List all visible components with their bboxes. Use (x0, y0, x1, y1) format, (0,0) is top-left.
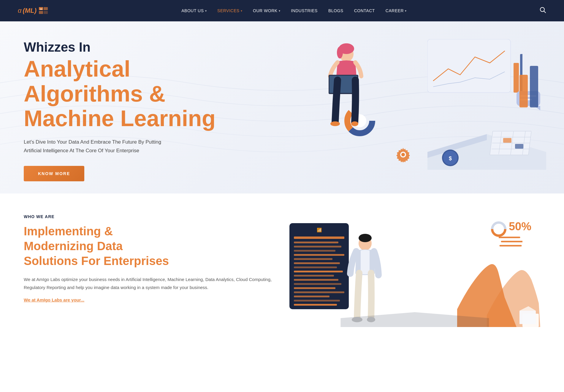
svg-rect-56 (294, 258, 332, 260)
hero-content: Whizzes In Analytical Algorithms & Machi… (24, 39, 308, 181)
svg-line-6 (544, 11, 546, 13)
svg-rect-61 (294, 279, 338, 281)
svg-rect-66 (294, 300, 340, 301)
svg-point-17 (337, 47, 343, 58)
who-body-text: We at AmIgo Labs optimize your business … (24, 275, 272, 291)
logo-icon: ▶▶ (39, 7, 48, 14)
nav-link-blogs[interactable]: BLOGS (328, 8, 343, 13)
svg-rect-60 (294, 275, 334, 277)
hero-title-line1: Analytical (24, 56, 130, 81)
svg-rect-51 (294, 237, 344, 239)
hero-bar-chart-side (518, 57, 542, 110)
who-platform-base (289, 312, 540, 327)
nav-link-contact[interactable]: CONTACT (354, 8, 375, 13)
svg-rect-3 (44, 11, 48, 14)
svg-point-21 (351, 121, 358, 126)
nav-link-about-us[interactable]: ABOUT US ▾ (181, 8, 207, 13)
who-title-line1: Implementing & (24, 225, 113, 238)
svg-rect-67 (294, 304, 337, 306)
who-illustration: 50% 📶 (289, 214, 540, 327)
svg-text:$: $ (449, 155, 452, 161)
hero-gear-icon (394, 145, 412, 164)
svg-rect-53 (294, 246, 341, 247)
hero-title-line3: Machine Learning (24, 106, 216, 131)
who-title: Implementing & Modernizing Data Solution… (24, 224, 272, 268)
svg-rect-58 (294, 266, 337, 268)
nav-link-services[interactable]: SERVICES ▾ (217, 8, 242, 13)
hero-illustration: $ (308, 39, 540, 182)
svg-point-45 (495, 225, 503, 233)
svg-rect-55 (294, 254, 344, 256)
hero-section: Whizzes In Analytical Algorithms & Machi… (0, 21, 564, 193)
svg-rect-59 (294, 271, 343, 272)
who-title-line3: Solutions For Enterprises (24, 254, 169, 267)
hero-notebook-icon (487, 128, 531, 158)
hero-title-small: Whizzes In (24, 39, 308, 55)
svg-rect-42 (530, 66, 538, 107)
search-icon[interactable] (540, 7, 546, 15)
svg-rect-64 (294, 291, 344, 293)
svg-rect-52 (294, 242, 338, 243)
chevron-down-icon: ▾ (241, 9, 243, 12)
chevron-down-icon: ▾ (279, 9, 281, 12)
hero-woman-figure (320, 42, 373, 149)
hero-analytics-board (427, 39, 522, 107)
svg-marker-75 (341, 312, 489, 327)
nav-links: ABOUT US ▾ SERVICES ▾ OUR WORK ▾ INDUSTR… (181, 8, 406, 13)
nav-item-blogs[interactable]: BLOGS (328, 8, 343, 13)
svg-rect-65 (294, 296, 329, 297)
chevron-down-icon: ▾ (405, 9, 407, 12)
svg-rect-35 (503, 138, 511, 143)
who-read-more-link[interactable]: We at AmIgo Labs are your... (24, 297, 84, 302)
nav-item-contact[interactable]: CONTACT (354, 8, 375, 13)
svg-point-20 (330, 121, 340, 126)
svg-rect-2 (39, 11, 43, 14)
navbar: α (ML) ▶▶ ABOUT US ▾ SERVICES ▾ (0, 0, 564, 21)
who-label: WHO WE ARE (24, 214, 272, 219)
who-data-screen: 📶 (289, 223, 349, 312)
svg-rect-36 (515, 144, 523, 149)
svg-point-69 (359, 234, 372, 242)
svg-rect-9 (427, 39, 511, 93)
logo-alpha: α (18, 7, 22, 15)
svg-rect-57 (294, 262, 340, 264)
who-title-line2: Modernizing Data (24, 239, 123, 253)
know-more-button[interactable]: KNOW MORE (24, 166, 84, 181)
svg-rect-41 (519, 75, 528, 107)
svg-rect-63 (294, 287, 335, 289)
logo-ml: (ML) (23, 7, 37, 15)
svg-text:📶: 📶 (317, 228, 322, 233)
who-content: WHO WE ARE Implementing & Modernizing Da… (24, 214, 272, 303)
hero-title-big: Analytical Algorithms & Machine Learning (24, 56, 308, 131)
nav-item-services[interactable]: SERVICES ▾ (217, 8, 242, 13)
hero-subtitle: Let's Dive Into Your Data And Embrace Th… (24, 138, 196, 155)
svg-rect-1 (44, 7, 48, 10)
nav-link-our-work[interactable]: OUR WORK ▾ (253, 8, 280, 13)
hero-title-line2: Algorithms & (24, 81, 165, 106)
svg-rect-54 (294, 250, 335, 252)
svg-text:▶▶: ▶▶ (40, 8, 43, 10)
hero-coin-icon: $ (441, 149, 459, 167)
chevron-down-icon: ▾ (205, 9, 207, 12)
who-percentage-label: 50% (509, 220, 531, 233)
who-we-are-section: WHO WE ARE Implementing & Modernizing Da… (0, 193, 564, 345)
nav-link-career[interactable]: CAREER ▾ (386, 8, 407, 13)
nav-link-industries[interactable]: INDUSTRIES (291, 8, 318, 13)
svg-rect-62 (294, 283, 341, 285)
logo[interactable]: α (ML) ▶▶ (18, 7, 48, 15)
nav-item-about-us[interactable]: ABOUT US ▾ (181, 8, 207, 13)
nav-item-career[interactable]: CAREER ▾ (386, 8, 407, 13)
svg-point-24 (401, 153, 405, 156)
nav-item-industries[interactable]: INDUSTRIES (291, 8, 318, 13)
who-lines-decoration (499, 235, 522, 250)
nav-item-our-work[interactable]: OUR WORK ▾ (253, 8, 280, 13)
